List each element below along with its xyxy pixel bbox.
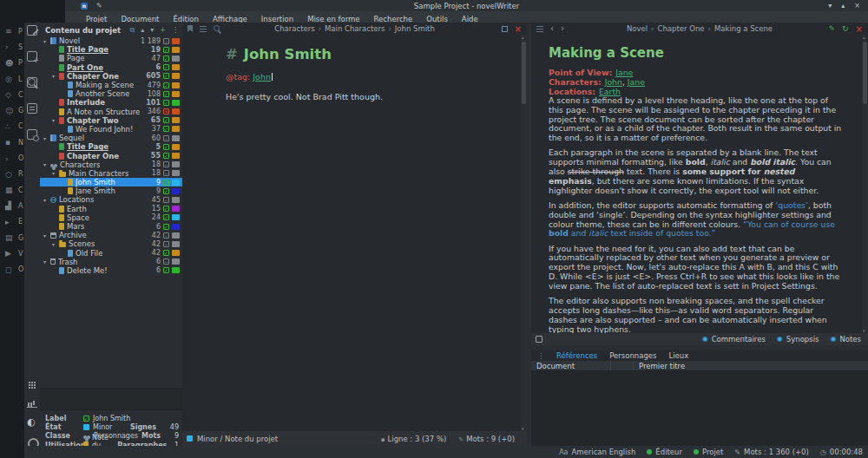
dock-item-video[interactable]: ▶V [0,245,24,261]
tree-item-space[interactable]: Space24✓ [40,213,182,222]
active-checkbox[interactable]: ✓ [163,214,169,220]
tree-item-delete-me[interactable]: Delete Me!6✓ [40,266,182,275]
expand-arrow-icon[interactable]: ▾ [42,38,48,44]
close-editor-icon[interactable]: × [515,26,522,32]
tree-item-old-file[interactable]: Old File42✓ [40,249,182,258]
tree-item-chapter-two[interactable]: ▾Chapter Two65✓ [40,116,182,125]
dock-item-chevron[interactable]: ›S [0,39,24,55]
viewer-menu-icon[interactable] [536,26,543,32]
viewer-scrollbar[interactable] [862,35,868,333]
tree-item-earth[interactable]: Earth15✓ [40,205,182,213]
dock-item-search[interactable]: ○R [0,167,24,182]
expand-arrow-icon[interactable]: ▾ [50,117,56,123]
active-checkbox[interactable]: ✓ [163,117,169,123]
dock-item-tools[interactable]: ◇C [0,87,24,102]
tag-link-john[interactable]: John [605,77,622,87]
editor-scrollbar[interactable] [521,35,527,431]
tree-item-sequel[interactable]: ▾Sequel60− [40,134,182,142]
active-checkbox[interactable]: ✓ [163,250,169,256]
tree-item-scenes[interactable]: ▾Scenes42− [40,239,182,248]
breadcrumb-characters[interactable]: Characters [274,24,314,33]
expand-arrow-icon[interactable]: ▾ [50,73,56,79]
sticky-note-icon[interactable] [536,336,542,343]
active-checkbox[interactable]: − [163,135,169,141]
move-up-icon[interactable]: ▴ [141,26,144,34]
column-first-title[interactable]: Premier titre [634,362,868,370]
move-down-icon[interactable]: ▾ [150,26,154,34]
dock-item-user[interactable]: ☻P [0,56,24,71]
active-checkbox[interactable]: ✓ [163,73,169,79]
tag-link-jane[interactable]: Jane [615,68,633,77]
column-document[interactable]: Document [531,361,611,370]
breadcrumb-making-a-scene[interactable]: Making a Scene [714,24,773,33]
nav-forward-icon[interactable]: › [561,24,564,33]
tree-item-novel[interactable]: ▾Novel1 189− [40,36,182,45]
tree-item-john-smith[interactable]: John Smith9✓ [40,178,182,186]
dock-item-chart[interactable]: ▟A [0,198,24,213]
dock-item-menu[interactable]: ≡P [0,23,24,39]
search-icon[interactable] [214,25,221,33]
dock-item-exit[interactable]: ◻O [0,261,24,277]
tree-item-main-characters[interactable]: ▾Main Characters18− [40,169,182,178]
edit-document-icon[interactable]: ✎ [829,25,836,33]
active-checkbox[interactable]: − [163,161,169,167]
tree-item-trash[interactable]: ▾Trash6− [40,258,182,266]
bookmark-icon[interactable] [187,25,193,32]
tab-menu-icon[interactable]: ⋮ [537,352,544,360]
expand-arrow-icon[interactable]: ▾ [42,258,48,265]
toggle-synopsis[interactable]: ◉Synopsis [777,335,819,344]
tree-item-another-scene[interactable]: Another Scene108✓ [40,89,182,98]
editor-text-area[interactable]: #John Smith @tag: John He's pretty cool.… [182,35,521,431]
active-checkbox[interactable]: ✕ [163,108,169,114]
active-checkbox[interactable]: ✓ [163,47,169,53]
dock-item-pin[interactable]: ▪N [0,134,24,150]
close-viewer-icon[interactable]: × [856,26,863,32]
active-checkbox[interactable]: ✓ [163,91,169,97]
active-checkbox[interactable]: ✓ [163,82,169,88]
active-checkbox[interactable]: ✓ [163,64,169,70]
expand-arrow-icon[interactable]: ▾ [50,241,56,247]
dock-item-share[interactable]: ∴C [0,119,24,134]
active-checkbox[interactable]: ✓ [163,224,169,230]
maximize-editor-icon[interactable] [502,26,508,32]
expand-arrow-icon[interactable]: ▾ [42,197,48,203]
dock-item-group[interactable]: ☺G [0,102,24,118]
expand-arrow-icon[interactable]: ▾ [42,135,48,141]
dock-item-book[interactable]: ▤G [0,230,24,245]
breadcrumb-novel[interactable]: Novel [627,24,648,33]
active-checkbox[interactable]: − [163,197,169,203]
tree-item-chapter-one[interactable]: Chapter One55✓ [40,151,182,160]
tree-item-locations[interactable]: ▾Locations45− [40,195,182,204]
breadcrumb-john-smith[interactable]: John Smith [395,24,435,33]
active-checkbox[interactable]: − [163,170,169,176]
tree-item-characters[interactable]: ▾Characters18− [40,160,182,169]
dock-item-location[interactable]: ◎L [0,71,24,87]
active-checkbox[interactable]: ✓ [163,153,169,159]
add-icon[interactable]: + [160,26,166,34]
tab-lieux[interactable]: Lieux [668,351,688,360]
tab-r-f-rences[interactable]: Références [556,351,597,360]
outline-menu-icon[interactable] [200,26,207,32]
active-checkbox[interactable]: − [163,241,169,247]
tree-item-making-a-scene[interactable]: Making a Scene479✓ [40,81,182,89]
tree-item-part-one[interactable]: Part One6✓ [40,63,182,72]
viewer-scrollbar-thumb[interactable] [863,42,867,104]
editor-scrollbar-thumb[interactable] [522,42,526,104]
tree-item-archive[interactable]: ▾Archive42− [40,231,182,239]
tree-item-chapter-one[interactable]: ▾Chapter One605✓ [40,72,182,81]
active-checkbox[interactable]: ✓ [163,100,169,106]
active-checkbox[interactable]: ✓ [163,267,169,273]
tree-item-jane-smith[interactable]: Jane Smith9✓ [40,186,182,195]
active-checkbox[interactable]: ✓ [163,56,169,62]
toggle-commentaires[interactable]: ◉Commentaires [702,335,766,344]
dock-item-send[interactable]: ▸E [0,214,24,230]
active-checkbox[interactable]: ✓ [163,144,169,150]
active-checkbox[interactable]: ✓ [163,206,169,212]
expand-all-icon[interactable]: ⧉ [130,26,135,35]
breadcrumb-chapter-one[interactable]: Chapter One [658,24,705,33]
tree-item-page[interactable]: Page47✓ [40,54,182,62]
expand-arrow-icon[interactable]: ▾ [42,232,48,239]
tree-item-interlude[interactable]: Interlude101✓ [40,98,182,107]
tab-personnages[interactable]: Personnages [609,351,656,360]
dock-item-chevron[interactable]: ›O [0,150,24,166]
